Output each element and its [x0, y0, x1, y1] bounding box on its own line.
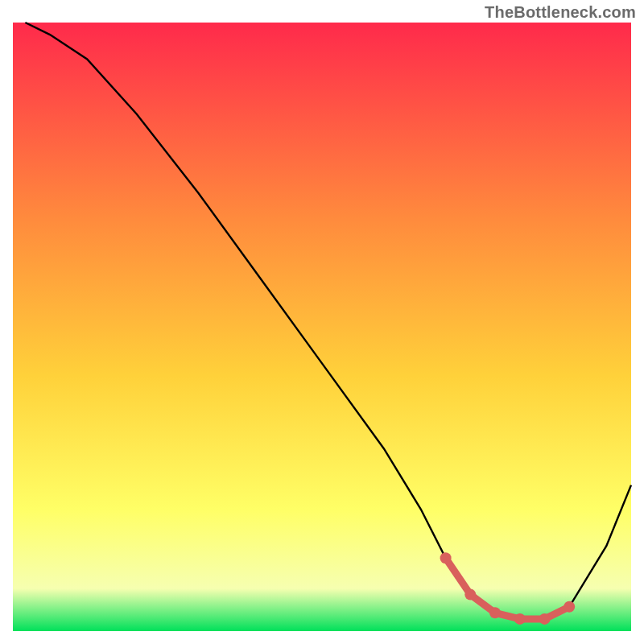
- highlight-dot: [514, 613, 526, 625]
- bottleneck-plot: [0, 0, 644, 644]
- gradient-background: [13, 23, 631, 631]
- chart-stage: TheBottleneck.com: [0, 0, 644, 644]
- highlight-dot: [489, 607, 501, 618]
- highlight-dot: [464, 589, 476, 601]
- highlight-dot: [440, 552, 452, 564]
- watermark-text: TheBottleneck.com: [485, 3, 636, 22]
- highlight-dot: [539, 613, 551, 625]
- highlight-dot: [564, 601, 575, 613]
